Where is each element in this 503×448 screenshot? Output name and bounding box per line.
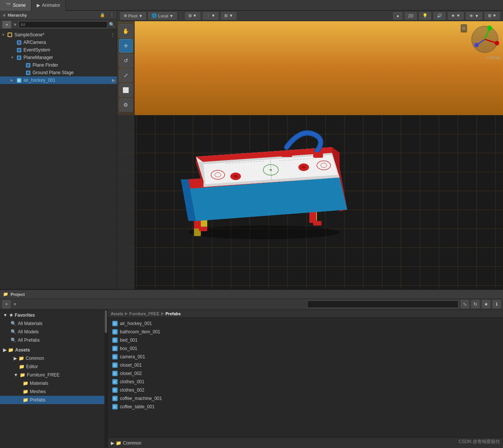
breadcrumb-prefabs[interactable]: Prefabs: [166, 311, 181, 316]
planemanager-label: PlaneManager: [23, 55, 53, 60]
favorites-section[interactable]: ▼ ★ Favorites: [0, 311, 107, 319]
local-btn[interactable]: 🌐 Local ▼: [148, 12, 177, 20]
light-btn[interactable]: 💡: [419, 12, 431, 20]
sidebar-common[interactable]: ▶ 📁 Common: [0, 354, 107, 362]
sidebar-all-materials[interactable]: 🔍 All Materials: [0, 319, 107, 328]
hierarchy-add-btn[interactable]: +: [2, 21, 11, 28]
project-panel: 📁 Project + ▼ ⤡ ↻ ★ ℹ ▼ ★ Favorites 🔍 Al…: [0, 289, 503, 448]
breadcrumb-furniture[interactable]: Furniture_FREE: [129, 311, 159, 316]
air-hockey-model: [166, 119, 362, 241]
scene-menu-btn[interactable]: ≡: [461, 24, 467, 33]
tree-item-planemanager[interactable]: ▼ PlaneManager: [0, 54, 117, 61]
assets-section[interactable]: ▶ 📁 Assets: [0, 346, 107, 354]
sidebar-meshes[interactable]: 📁 Meshes: [0, 387, 107, 396]
project-sidebar-scroll-thumb[interactable]: [105, 310, 107, 333]
tree-item-arcamera[interactable]: ARCamera: [0, 39, 117, 46]
file-coffee-table-label: coffee_table_001: [120, 404, 155, 409]
tab-animator[interactable]: ▶ Animator: [31, 0, 66, 11]
tree-item-samplescene[interactable]: ▼ SampleScene* ⋮: [0, 31, 117, 39]
prefab-icon-clothes-002: P: [112, 387, 118, 393]
project-info-btn[interactable]: ℹ: [492, 300, 501, 308]
common-arrow: ▶: [111, 440, 114, 446]
project-search-input[interactable]: [307, 300, 458, 308]
pivot-icon: ⊕: [124, 13, 127, 18]
tree-item-groundplane[interactable]: Ground Plane Stage: [0, 69, 117, 76]
sidebar-editor[interactable]: 📁 Editor: [0, 362, 107, 371]
tree-item-airhockey[interactable]: ▶ P air_hockey_001 ▶: [0, 76, 117, 84]
breadcrumb-assets[interactable]: Assets: [111, 311, 123, 316]
transform-tool-btn[interactable]: ⚙: [119, 98, 133, 112]
svg-text:P: P: [114, 331, 115, 333]
skybox-btn[interactable]: ●: [393, 12, 402, 20]
file-box[interactable]: P box_001: [108, 344, 503, 353]
all-models-label: All Models: [18, 329, 39, 334]
lock-icon[interactable]: 🔒: [100, 12, 105, 17]
furniture-arrow: ▼: [14, 372, 18, 378]
hierarchy-menu-icon[interactable]: ⋮: [110, 12, 114, 17]
file-closet-001-label: closet_001: [120, 362, 142, 368]
all-models-search-icon: 🔍: [11, 329, 16, 334]
favorites-label: Favorites: [15, 313, 35, 318]
project-add-arrow[interactable]: ▼: [13, 302, 17, 306]
scene-icon: [7, 32, 13, 38]
file-air-hockey[interactable]: P air_hockey_001: [108, 319, 503, 328]
camera-btn[interactable]: 👁 ▼: [466, 12, 482, 20]
breadcrumb-bar: Assets ▶ Furniture_FREE ▶ Prefabs: [108, 310, 503, 318]
svg-rect-9: [27, 64, 29, 67]
btn2d[interactable]: 2D: [405, 12, 417, 20]
project-refresh-btn[interactable]: ↻: [471, 300, 480, 308]
pivot-btn[interactable]: ⊕ Pivot ▼: [120, 12, 146, 20]
project-content: ▼ ★ Favorites 🔍 All Materials 🔍 All Mode…: [0, 310, 503, 448]
sidebar-furniture-free[interactable]: ▼ 📁 Furniture_FREE: [0, 371, 107, 379]
file-clothes-001-label: clothes_001: [120, 379, 144, 384]
file-camera[interactable]: P camera_001: [108, 353, 503, 361]
project-star-btn[interactable]: ★: [482, 300, 490, 308]
samplescene-menu-btn[interactable]: ⋮: [110, 32, 115, 38]
hand-tool-btn[interactable]: ✋: [119, 24, 133, 38]
file-closet-001[interactable]: P closet_001: [108, 361, 503, 369]
assets-label: Assets: [15, 347, 30, 353]
svg-text:P: P: [114, 323, 115, 325]
sidebar-materials[interactable]: 📁 Materials: [0, 379, 107, 387]
snap-btn[interactable]: ⋮ ▼: [203, 12, 219, 20]
audio-btn[interactable]: 🔊: [433, 12, 446, 20]
file-coffee-machine[interactable]: P coffee_machine_001: [108, 394, 503, 403]
rect-tool-btn[interactable]: ⬜: [119, 83, 133, 97]
hierarchy-icon: ≡: [3, 13, 5, 17]
project-add-btn[interactable]: +: [2, 300, 11, 308]
file-air-hockey-label: air_hockey_001: [120, 321, 152, 326]
layers-btn[interactable]: ⊞ ▼: [484, 12, 500, 20]
scale-tool-btn[interactable]: ⤢: [119, 68, 133, 82]
all-materials-label: All Materials: [18, 321, 42, 326]
file-camera-label: camera_001: [120, 354, 145, 359]
project-expand-btn[interactable]: ⤡: [461, 300, 469, 308]
fx-btn[interactable]: ★ ▼: [448, 12, 464, 20]
file-bathroom-item[interactable]: P bathroom_item_001: [108, 328, 503, 336]
project-sidebar-scrollbar[interactable]: [104, 310, 107, 448]
local-arrow: ▼: [169, 14, 174, 18]
move-tool-btn[interactable]: ✛: [119, 39, 133, 53]
extra-btn[interactable]: ⊞ ▼: [221, 12, 236, 20]
local-label: Local: [158, 14, 168, 18]
file-coffee-table[interactable]: P coffee_table_001: [108, 403, 503, 411]
tree-item-planefinder[interactable]: Plane Finder: [0, 61, 117, 69]
rotate-tool-btn[interactable]: ↺: [119, 54, 133, 67]
airhockey-expand-btn[interactable]: ▶: [112, 78, 115, 83]
file-clothes-001[interactable]: P clothes_001: [108, 378, 503, 386]
hierarchy-search-input[interactable]: [19, 21, 107, 28]
hierarchy-dropdown-btn[interactable]: ▼: [13, 22, 17, 27]
hierarchy-search-icon[interactable]: 🔍: [109, 22, 115, 27]
file-clothes-002[interactable]: P clothes_002: [108, 386, 503, 394]
sidebar-all-models[interactable]: 🔍 All Models: [0, 328, 107, 336]
svg-text:P: P: [114, 389, 115, 392]
sidebar-prefabs[interactable]: 📁 Prefabs: [0, 396, 107, 404]
tree-item-eventsystem[interactable]: EventSystem: [0, 46, 117, 54]
sidebar-all-prefabs[interactable]: 🔍 All Prefabs: [0, 336, 107, 344]
tab-scene[interactable]: 🎬 Scene: [0, 0, 31, 11]
common-label: Common: [26, 356, 44, 361]
prefab-icon-closet-001: P: [112, 362, 118, 368]
file-bed[interactable]: P bed_001: [108, 336, 503, 344]
file-closet-002[interactable]: P closet_002: [108, 369, 503, 378]
grid-btn[interactable]: ⊞ ▼: [185, 12, 200, 20]
svg-point-34: [301, 166, 306, 169]
